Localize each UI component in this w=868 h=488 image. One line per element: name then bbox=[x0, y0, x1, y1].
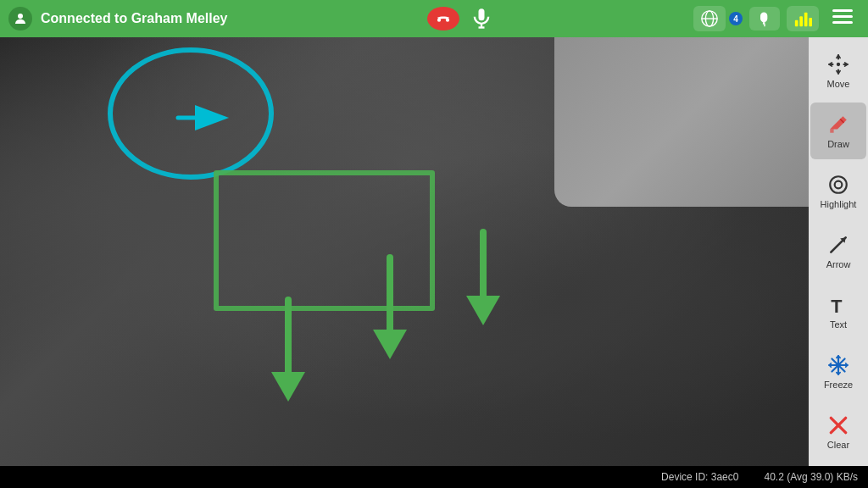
top-bar-left: Connected to Graham Melley bbox=[8, 7, 228, 30]
stats-button[interactable] bbox=[787, 6, 819, 31]
clear-icon bbox=[827, 414, 849, 436]
text-tool-label: Text bbox=[830, 319, 847, 330]
draw-tool-button[interactable]: Draw bbox=[810, 103, 866, 159]
clear-tool-button[interactable]: Clear bbox=[810, 404, 866, 461]
svg-rect-9 bbox=[760, 13, 767, 23]
svg-rect-10 bbox=[763, 22, 765, 24]
top-bar-center bbox=[427, 7, 493, 30]
move-tool-button[interactable]: Move bbox=[810, 42, 866, 99]
highlight-tool-label: Highlight bbox=[821, 199, 857, 209]
svg-rect-3 bbox=[479, 8, 485, 20]
svg-text:T: T bbox=[831, 296, 842, 316]
arrow-tool-button[interactable]: Arrow bbox=[810, 223, 866, 280]
svg-rect-16 bbox=[832, 9, 853, 12]
svg-rect-15 bbox=[809, 18, 812, 26]
draw-tool-label: Draw bbox=[827, 139, 849, 149]
engine-part-background bbox=[554, 37, 809, 207]
svg-rect-18 bbox=[832, 21, 853, 24]
text-icon: T bbox=[827, 294, 849, 316]
svg-point-28 bbox=[830, 176, 847, 193]
annotation-tool-button[interactable] bbox=[749, 7, 780, 30]
svg-rect-17 bbox=[832, 15, 853, 18]
device-id-label: Device ID: 3aec0 bbox=[661, 471, 738, 483]
text-tool-button[interactable]: T Text bbox=[810, 284, 866, 341]
svg-point-2 bbox=[446, 19, 449, 22]
right-toolbar: Move Draw bbox=[809, 37, 868, 466]
main-area: Move Draw bbox=[0, 37, 868, 466]
badge-count: 4 bbox=[729, 12, 743, 25]
video-area bbox=[0, 37, 809, 466]
svg-point-29 bbox=[835, 181, 843, 189]
status-bar: Device ID: 3aec0 40.2 (Avg 39.0) KB/s bbox=[0, 466, 868, 488]
svg-point-1 bbox=[437, 19, 441, 22]
arrow-icon bbox=[827, 234, 849, 256]
bandwidth-label: 40.2 (Avg 39.0) KB/s bbox=[764, 471, 858, 483]
highlight-tool-button[interactable]: Highlight bbox=[810, 163, 866, 219]
svg-rect-12 bbox=[795, 20, 798, 26]
freeze-tool-label: Freeze bbox=[824, 380, 853, 390]
svg-point-26 bbox=[837, 62, 840, 65]
connection-label: Connected to Graham Melley bbox=[41, 11, 228, 26]
globe-group: 4 bbox=[693, 6, 743, 31]
mic-button[interactable] bbox=[470, 7, 493, 30]
globe-button[interactable] bbox=[693, 6, 726, 31]
hamburger-menu-button[interactable] bbox=[826, 4, 860, 33]
top-bar: Connected to Graham Melley bbox=[0, 0, 868, 37]
freeze-icon bbox=[827, 354, 849, 376]
clear-tool-label: Clear bbox=[827, 440, 849, 450]
draw-icon bbox=[827, 114, 849, 136]
move-icon bbox=[827, 53, 849, 75]
svg-rect-13 bbox=[799, 16, 803, 26]
app: Connected to Graham Melley bbox=[0, 0, 868, 488]
freeze-tool-button[interactable]: Freeze bbox=[810, 344, 866, 401]
highlight-icon bbox=[827, 174, 849, 196]
svg-point-0 bbox=[18, 14, 23, 19]
top-bar-right: 4 bbox=[693, 4, 860, 33]
arrow-tool-label: Arrow bbox=[826, 259, 851, 269]
move-tool-label: Move bbox=[827, 79, 850, 89]
end-call-button[interactable] bbox=[427, 7, 459, 30]
avatar-icon bbox=[8, 7, 32, 30]
svg-marker-11 bbox=[764, 25, 766, 27]
svg-rect-14 bbox=[804, 13, 808, 27]
